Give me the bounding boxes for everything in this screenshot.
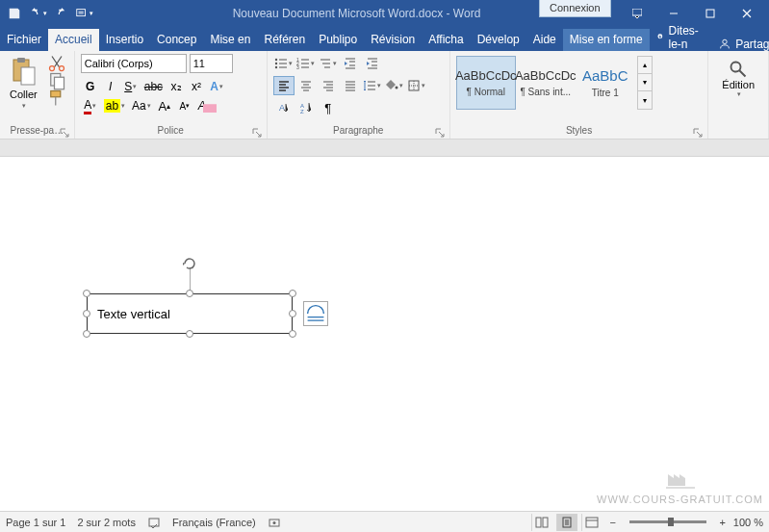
font-launcher[interactable] xyxy=(252,124,264,136)
justify-button[interactable] xyxy=(340,76,361,95)
resize-handle-bl[interactable] xyxy=(83,330,90,338)
align-left-button[interactable] xyxy=(273,76,295,95)
signin-button[interactable]: Connexion xyxy=(539,0,611,17)
status-language[interactable]: Français (France) xyxy=(172,517,256,528)
sort-button[interactable]: AZ xyxy=(295,98,317,117)
status-page[interactable]: Page 1 sur 1 xyxy=(6,517,65,528)
tab-fichier[interactable]: Fichier xyxy=(0,29,48,51)
maximize-icon[interactable] xyxy=(692,0,729,27)
svg-rect-6 xyxy=(17,58,25,63)
highlight-button[interactable]: ab▾ xyxy=(101,96,128,115)
redo-icon[interactable] xyxy=(50,3,71,24)
styles-down-icon[interactable]: ▾ xyxy=(638,74,652,91)
save-icon[interactable] xyxy=(4,3,25,24)
tab-publipostage[interactable]: Publipo xyxy=(312,29,364,51)
shrink-font-button[interactable]: A▾ xyxy=(175,96,194,115)
zoom-out-button[interactable]: − xyxy=(606,517,620,528)
spellcheck-icon[interactable] xyxy=(147,516,161,529)
font-color-button[interactable]: A▾ xyxy=(81,96,100,115)
bold-button[interactable]: G xyxy=(81,77,100,96)
tab-aide[interactable]: Aide xyxy=(526,29,563,51)
svg-rect-1 xyxy=(632,9,642,15)
align-right-button[interactable] xyxy=(318,76,339,95)
undo-icon[interactable]: ▾ xyxy=(27,3,48,24)
show-marks-button[interactable]: ¶ xyxy=(318,98,339,117)
tab-revision[interactable]: Révision xyxy=(364,29,422,51)
numbering-button[interactable]: 123▾ xyxy=(295,54,317,73)
tab-mise-en-forme[interactable]: Mise en forme xyxy=(563,29,650,51)
grow-font-button[interactable]: A▴ xyxy=(155,96,174,115)
tab-insertion[interactable]: Insertio xyxy=(99,29,150,51)
paste-button[interactable]: Coller ▾ xyxy=(6,54,41,123)
tab-accueil[interactable]: Accueil xyxy=(48,29,99,51)
subscript-button[interactable]: x₂ xyxy=(167,77,186,96)
line-spacing-button[interactable]: ▾ xyxy=(362,76,383,95)
resize-handle-ml[interactable] xyxy=(83,310,90,317)
borders-button[interactable]: ▾ xyxy=(406,76,427,95)
ribbon-options-icon[interactable] xyxy=(619,0,655,27)
style-normal[interactable]: AaBbCcDc ¶ Normal xyxy=(456,56,516,110)
bullets-button[interactable]: ▾ xyxy=(273,54,295,73)
resize-handle-tm[interactable] xyxy=(186,290,193,297)
rotate-handle-icon[interactable] xyxy=(182,256,197,271)
zoom-in-button[interactable]: + xyxy=(716,517,730,528)
styles-launcher[interactable] xyxy=(693,124,705,136)
svg-rect-3 xyxy=(706,10,714,17)
styles-up-icon[interactable]: ▴ xyxy=(638,57,652,74)
change-case-button[interactable]: Aa▾ xyxy=(129,96,154,115)
font-name-input[interactable] xyxy=(81,54,187,73)
tab-affichage[interactable]: Afficha xyxy=(422,29,470,51)
view-read-icon[interactable] xyxy=(531,514,552,531)
resize-handle-br[interactable] xyxy=(289,330,296,338)
textbox-content[interactable]: Texte vertical xyxy=(97,307,170,321)
font-size-input[interactable] xyxy=(190,54,233,73)
layout-options-icon[interactable] xyxy=(303,301,328,326)
styles-expand-icon[interactable]: ▾ xyxy=(638,91,652,109)
decrease-indent-button[interactable] xyxy=(340,54,361,73)
zoom-level[interactable]: 100 % xyxy=(733,517,763,528)
resize-handle-bm[interactable] xyxy=(186,330,193,338)
close-icon[interactable] xyxy=(729,0,765,27)
document-area[interactable]: Texte vertical xyxy=(0,157,769,511)
cut-icon[interactable] xyxy=(47,56,66,71)
style-sans-interligne[interactable]: AaBbCcDc ¶ Sans int... xyxy=(516,56,576,110)
tab-references[interactable]: Référen xyxy=(257,29,312,51)
tab-conception[interactable]: Concep xyxy=(150,29,203,51)
view-print-icon[interactable] xyxy=(556,514,577,531)
italic-button[interactable]: I xyxy=(101,77,120,96)
zoom-slider-thumb[interactable] xyxy=(668,518,674,526)
resize-handle-tl[interactable] xyxy=(83,290,90,297)
macro-record-icon[interactable] xyxy=(268,516,281,529)
zoom-slider[interactable] xyxy=(629,520,706,523)
edition-button[interactable]: Édition ▾ xyxy=(714,54,762,139)
textbox-shape[interactable]: Texte vertical xyxy=(87,293,293,334)
underline-button[interactable]: S▾ xyxy=(121,77,141,96)
clear-format-button[interactable]: A xyxy=(195,96,219,115)
tab-mise-en-page[interactable]: Mise en xyxy=(203,29,257,51)
group-clipboard: Coller ▾ Presse-pa… xyxy=(0,51,75,139)
multilevel-button[interactable]: ▾ xyxy=(318,54,339,73)
svg-point-25 xyxy=(731,63,741,72)
increase-indent-button[interactable] xyxy=(362,54,383,73)
qat-customize-icon[interactable]: ▾ xyxy=(73,3,94,24)
copy-icon[interactable] xyxy=(47,73,66,89)
svg-point-28 xyxy=(272,521,275,524)
text-effects-button[interactable]: A▾ xyxy=(207,77,226,96)
view-web-icon[interactable] xyxy=(581,514,602,531)
align-center-button[interactable] xyxy=(295,76,317,95)
minimize-icon[interactable] xyxy=(655,0,692,27)
strikethrough-button[interactable]: abc xyxy=(141,77,166,96)
share-button[interactable]: Partager xyxy=(708,38,769,51)
style-titre1[interactable]: AaBbC Titre 1 xyxy=(576,56,635,110)
status-words[interactable]: 2 sur 2 mots xyxy=(77,517,136,528)
resize-handle-tr[interactable] xyxy=(289,290,296,297)
tell-me-search[interactable]: Dites-le-n xyxy=(650,24,708,51)
paragraph-launcher[interactable] xyxy=(435,124,447,136)
shading-button[interactable]: ▾ xyxy=(384,76,405,95)
superscript-button[interactable]: x² xyxy=(187,77,206,96)
tab-developpeur[interactable]: Dévelop xyxy=(471,29,526,51)
format-painter-icon[interactable] xyxy=(47,90,66,106)
resize-handle-mr[interactable] xyxy=(289,310,296,317)
clipboard-launcher[interactable] xyxy=(60,124,71,136)
text-direction-button[interactable]: A xyxy=(273,98,295,117)
